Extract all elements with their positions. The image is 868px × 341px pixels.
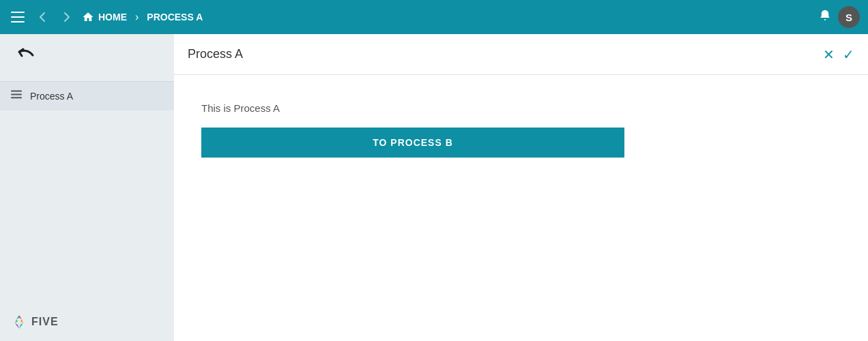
svg-rect-3 bbox=[11, 91, 22, 92]
forward-button[interactable] bbox=[57, 8, 76, 27]
check-icon[interactable]: ✓ bbox=[843, 46, 854, 63]
five-logo-text: FIVE bbox=[31, 316, 59, 328]
svg-rect-4 bbox=[11, 93, 22, 95]
svg-rect-1 bbox=[11, 16, 25, 18]
close-icon[interactable]: ✕ bbox=[823, 46, 835, 63]
content-body: This is Process A TO PROCESS B bbox=[174, 75, 868, 341]
breadcrumb-current: PROCESS A bbox=[147, 12, 203, 23]
sidebar-top bbox=[0, 34, 174, 82]
topbar-left: HOME › PROCESS A bbox=[8, 8, 813, 27]
content-title: Process A bbox=[188, 47, 823, 61]
back-button[interactable] bbox=[33, 8, 52, 27]
home-label: HOME bbox=[98, 12, 127, 23]
five-logo-icon bbox=[11, 314, 27, 330]
share-icon[interactable] bbox=[14, 45, 38, 70]
notification-bell-icon[interactable] bbox=[819, 9, 831, 26]
svg-point-6 bbox=[17, 320, 21, 324]
topbar: HOME › PROCESS A S bbox=[0, 0, 868, 34]
svg-rect-5 bbox=[11, 97, 22, 98]
home-link[interactable]: HOME bbox=[82, 11, 127, 23]
svg-rect-2 bbox=[11, 21, 25, 23]
content-panel: Process A ✕ ✓ This is Process A TO PROCE… bbox=[174, 34, 868, 341]
five-logo-container: FIVE bbox=[11, 314, 59, 330]
sidebar-item-label: Process A bbox=[30, 91, 73, 102]
svg-rect-0 bbox=[11, 12, 25, 13]
menu-icon[interactable] bbox=[8, 8, 27, 27]
header-actions: ✕ ✓ bbox=[823, 46, 854, 63]
topbar-right: S bbox=[819, 6, 860, 28]
five-logo: FIVE bbox=[11, 314, 59, 330]
sidebar: Process A FIVE bbox=[0, 34, 174, 341]
to-process-b-button[interactable]: TO PROCESS B bbox=[201, 128, 624, 158]
user-avatar[interactable]: S bbox=[838, 6, 860, 28]
process-description: This is Process A bbox=[201, 102, 841, 114]
main-area: Process A FIVE Process A ✕ bbox=[0, 34, 868, 341]
content-header: Process A ✕ ✓ bbox=[174, 34, 868, 75]
sidebar-item-process-a[interactable]: Process A bbox=[0, 82, 174, 110]
sidebar-item-icon bbox=[11, 90, 22, 102]
breadcrumb-separator: › bbox=[135, 11, 139, 23]
